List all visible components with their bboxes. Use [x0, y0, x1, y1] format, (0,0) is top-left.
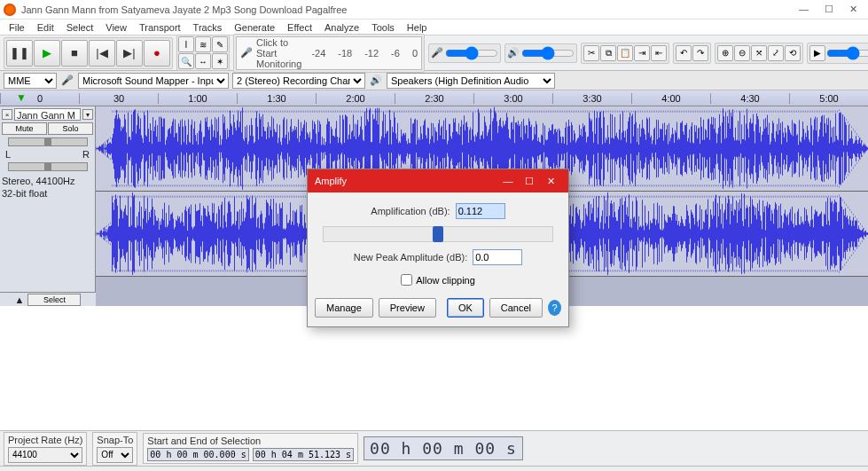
- selection-tool[interactable]: I: [178, 36, 194, 52]
- silence-button[interactable]: ⇤: [651, 45, 667, 61]
- input-device-select[interactable]: Microsoft Sound Mapper - Input: [78, 73, 229, 89]
- fit-selection-button[interactable]: ⤧: [751, 45, 767, 61]
- cancel-button[interactable]: Cancel: [489, 298, 543, 318]
- channels-select[interactable]: 2 (Stereo) Recording Chann: [232, 73, 365, 89]
- dialog-minimize-button[interactable]: —: [497, 176, 519, 186]
- track-menu-button[interactable]: ▾: [82, 109, 93, 120]
- envelope-tool[interactable]: ≋: [195, 36, 211, 52]
- menu-generate[interactable]: Generate: [234, 22, 275, 33]
- dialog-close-button[interactable]: ✕: [540, 176, 561, 187]
- snap-to-label: Snap-To: [97, 435, 133, 445]
- play-button[interactable]: ▶: [34, 40, 60, 67]
- allow-clipping-checkbox[interactable]: [401, 274, 412, 286]
- track-name[interactable]: Jann Gann M: [14, 108, 81, 121]
- timeline-ruler[interactable]: ▼ 0 30 1:00 1:30 2:00 2:30 3:00 3:30 4:0…: [0, 90, 868, 106]
- app-logo: [4, 4, 16, 16]
- pan-slider[interactable]: [8, 162, 88, 171]
- amplification-label: Amplification (dB):: [371, 206, 450, 216]
- speaker-device-icon: 🔊: [369, 74, 383, 88]
- close-button[interactable]: ✕: [849, 4, 857, 15]
- audio-host-select[interactable]: MME: [4, 73, 57, 89]
- draw-tool[interactable]: ✎: [212, 36, 228, 52]
- skip-end-button[interactable]: ▶|: [116, 40, 143, 67]
- track-control-panel: × Jann Gann M ▾ Mute Solo LR Stereo, 441…: [0, 106, 96, 306]
- track-select-button[interactable]: Select: [27, 294, 81, 306]
- zoom-out-button[interactable]: ⊖: [734, 45, 750, 61]
- allow-clipping-label: Allow clipping: [416, 275, 475, 286]
- fit-project-button[interactable]: ⤦: [768, 45, 784, 61]
- menu-tools[interactable]: Tools: [371, 22, 395, 33]
- playhead-pin-icon: ▼: [16, 91, 27, 104]
- mic-icon: 🎤: [240, 47, 253, 59]
- project-rate-select[interactable]: 44100: [8, 447, 82, 463]
- menu-tracks[interactable]: Tracks: [193, 22, 223, 33]
- paste-button[interactable]: 📋: [617, 45, 633, 61]
- menu-help[interactable]: Help: [407, 22, 427, 33]
- cut-button[interactable]: ✂: [583, 45, 599, 61]
- zoom-tool[interactable]: 🔍: [178, 53, 194, 69]
- collapse-icon[interactable]: ▲: [15, 294, 25, 305]
- track-close-button[interactable]: ×: [2, 109, 12, 120]
- zoom-toggle-button[interactable]: ⟲: [785, 45, 801, 61]
- stop-button[interactable]: ■: [61, 40, 88, 67]
- peak-label: New Peak Amplitude (dB):: [354, 252, 467, 263]
- menu-analyze[interactable]: Analyze: [325, 22, 359, 33]
- amplify-dialog: Amplify — ☐ ✕ Amplification (dB): New Pe…: [307, 169, 569, 327]
- maximize-button[interactable]: ☐: [825, 4, 833, 15]
- skip-start-button[interactable]: |◀: [89, 40, 115, 67]
- menu-effect[interactable]: Effect: [287, 22, 312, 33]
- zoom-in-button[interactable]: ⊕: [717, 45, 733, 61]
- trim-button[interactable]: ⇥: [634, 45, 650, 61]
- amplification-input[interactable]: [456, 203, 505, 219]
- audio-position[interactable]: 00 h 00 m 00 s: [364, 436, 523, 460]
- multi-tool[interactable]: ✶: [212, 53, 228, 69]
- mic-device-icon: 🎤: [60, 74, 74, 88]
- redo-button[interactable]: ↷: [692, 45, 708, 61]
- ok-button[interactable]: OK: [447, 298, 484, 318]
- window-title: Jann Gann Mann from Satyameva Jayate 2 M…: [21, 4, 799, 15]
- menu-edit[interactable]: Edit: [37, 22, 54, 33]
- menu-view[interactable]: View: [106, 22, 127, 33]
- track-info: Stereo, 44100Hz 32-bit float: [2, 175, 93, 200]
- snap-to-select[interactable]: Off: [97, 447, 133, 463]
- help-icon[interactable]: ?: [548, 300, 561, 316]
- mute-button[interactable]: Mute: [2, 122, 47, 135]
- minimize-button[interactable]: —: [799, 4, 809, 15]
- speaker-vol-icon: 🔊: [507, 47, 520, 59]
- dialog-title: Amplify: [315, 176, 347, 186]
- peak-input[interactable]: [473, 249, 522, 265]
- pause-button[interactable]: ❚❚: [6, 40, 33, 67]
- selection-mode-label[interactable]: Start and End of Selection: [147, 436, 354, 446]
- menubar: File Edit Select View Transport Tracks G…: [0, 20, 868, 35]
- project-rate-label: Project Rate (Hz): [8, 435, 82, 445]
- preview-button[interactable]: Preview: [379, 298, 436, 318]
- record-meter[interactable]: 🎤 Click to Start Monitoring -24-18-12-60: [236, 36, 422, 70]
- solo-button[interactable]: Solo: [48, 122, 93, 135]
- play-speed-slider[interactable]: [826, 46, 868, 60]
- record-button[interactable]: ●: [144, 40, 170, 67]
- menu-select[interactable]: Select: [66, 22, 94, 33]
- menu-transport[interactable]: Transport: [139, 22, 181, 33]
- undo-button[interactable]: ↶: [676, 45, 692, 61]
- selection-end[interactable]: 00 h 04 m 51.123 s: [253, 448, 354, 461]
- dialog-titlebar[interactable]: Amplify — ☐ ✕: [308, 169, 568, 192]
- db-ticks: -24-18-12-60: [311, 48, 418, 59]
- menu-file[interactable]: File: [9, 22, 25, 33]
- output-device-select[interactable]: Speakers (High Definition Audio: [387, 73, 555, 89]
- record-volume-slider[interactable]: [445, 46, 498, 60]
- playback-volume-slider[interactable]: [521, 46, 575, 60]
- dialog-maximize-button[interactable]: ☐: [519, 176, 540, 187]
- monitor-label: Click to Start Monitoring: [256, 37, 308, 69]
- gain-slider[interactable]: [8, 137, 88, 146]
- play-at-speed-button[interactable]: ▶: [809, 45, 825, 61]
- timeshift-tool[interactable]: ↔: [195, 53, 211, 69]
- manage-button[interactable]: Manage: [315, 298, 373, 318]
- copy-button[interactable]: ⧉: [600, 45, 616, 61]
- selection-start[interactable]: 00 h 00 m 00.000 s: [147, 448, 248, 461]
- mic-vol-icon: 🎤: [431, 47, 443, 59]
- amplification-slider[interactable]: [323, 226, 553, 242]
